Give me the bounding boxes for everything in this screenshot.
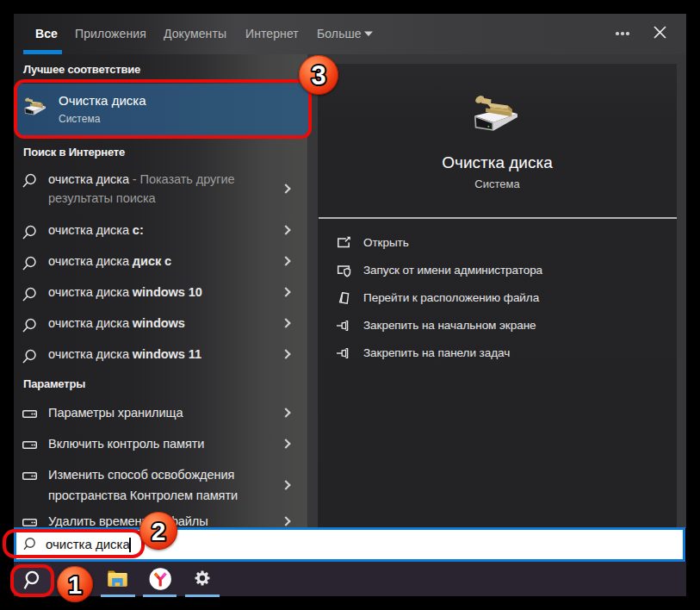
svg-text:3: 3 (311, 60, 325, 90)
svg-text:2: 2 (152, 517, 166, 545)
svg-text:1: 1 (68, 571, 82, 599)
